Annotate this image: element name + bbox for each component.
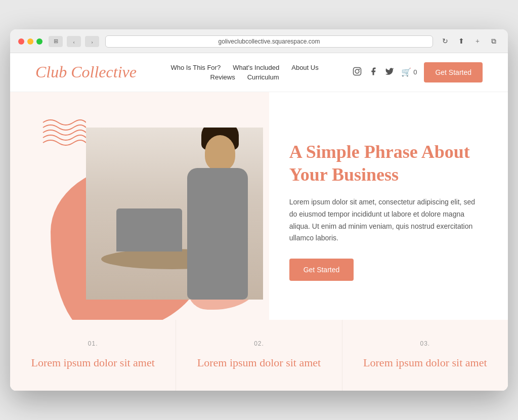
site-logo[interactable]: Club Collective bbox=[35, 63, 137, 81]
hero-right: A Simple Phrase About Your Business Lore… bbox=[269, 92, 508, 320]
nav-right: 🛒 0 Get Started bbox=[353, 62, 483, 82]
hero-body-text: Lorem ipsum dolor sit amet, consectetur … bbox=[289, 196, 483, 244]
nav-row-2: Reviews Curriculum bbox=[210, 73, 279, 81]
facebook-icon[interactable] bbox=[369, 67, 378, 78]
new-tab-button[interactable]: + bbox=[471, 35, 484, 48]
wavy-lines-decoration bbox=[40, 117, 86, 148]
hero-headline: A Simple Phrase About Your Business bbox=[289, 141, 483, 186]
browser-chrome: ⊞ ‹ › goliveclubcollective.squarespace.c… bbox=[10, 29, 508, 53]
website-content: Club Collective Who Is This For? What's … bbox=[10, 53, 508, 391]
nav-link-about[interactable]: About Us bbox=[291, 64, 318, 71]
card-2-number: 02. bbox=[191, 340, 326, 347]
card-2: 02. Lorem ipsum dolor sit amet bbox=[176, 320, 342, 391]
browser-controls: ⊞ ‹ › bbox=[49, 36, 99, 47]
card-3-title: Lorem ipsum dolor sit amet bbox=[358, 355, 493, 371]
cart-icon: 🛒 bbox=[401, 67, 411, 77]
card-1: 01. Lorem ipsum dolor sit amet bbox=[10, 320, 176, 391]
cart-button[interactable]: 🛒 0 bbox=[401, 67, 417, 77]
svg-point-2 bbox=[359, 68, 360, 69]
share-button[interactable]: ⬆ bbox=[455, 35, 467, 48]
minimize-button[interactable] bbox=[27, 38, 33, 45]
instagram-icon[interactable] bbox=[353, 67, 362, 78]
hero-photo bbox=[86, 128, 263, 300]
card-3: 03. Lorem ipsum dolor sit amet bbox=[342, 320, 508, 391]
laptop-body bbox=[116, 208, 182, 251]
hero-image bbox=[86, 128, 263, 300]
person-body bbox=[187, 168, 248, 300]
reload-button[interactable]: ↻ bbox=[439, 35, 451, 48]
hero-cta-button[interactable]: Get Started bbox=[289, 259, 354, 281]
svg-rect-0 bbox=[354, 67, 361, 75]
hero-section: A Simple Phrase About Your Business Lore… bbox=[10, 92, 508, 320]
address-bar[interactable]: goliveclubcollective.squarespace.com bbox=[105, 35, 433, 48]
sidebar-toggle-button[interactable]: ⊞ bbox=[49, 36, 63, 47]
svg-point-1 bbox=[355, 69, 359, 73]
browser-actions: ↻ ⬆ + ⧉ bbox=[439, 35, 500, 48]
nav-links: Who Is This For? What's Included About U… bbox=[137, 64, 353, 81]
hero-left bbox=[10, 92, 269, 320]
nav-link-who[interactable]: Who Is This For? bbox=[170, 64, 221, 71]
card-3-number: 03. bbox=[358, 340, 493, 347]
traffic-lights bbox=[18, 38, 42, 45]
back-button[interactable]: ‹ bbox=[67, 36, 81, 47]
tabs-button[interactable]: ⧉ bbox=[488, 35, 500, 48]
maximize-button[interactable] bbox=[36, 38, 42, 45]
card-1-title: Lorem ipsum dolor sit amet bbox=[25, 355, 160, 371]
nav-link-reviews[interactable]: Reviews bbox=[210, 73, 235, 81]
nav-row-1: Who Is This For? What's Included About U… bbox=[170, 64, 318, 71]
nav-cta-button[interactable]: Get Started bbox=[424, 62, 483, 82]
card-2-title: Lorem ipsum dolor sit amet bbox=[191, 355, 326, 371]
nav-link-whats[interactable]: What's Included bbox=[233, 64, 279, 71]
person-head bbox=[205, 135, 235, 171]
card-1-number: 01. bbox=[25, 340, 160, 347]
browser-window: ⊞ ‹ › goliveclubcollective.squarespace.c… bbox=[10, 29, 508, 391]
close-button[interactable] bbox=[18, 38, 24, 45]
forward-button[interactable]: › bbox=[85, 36, 99, 47]
twitter-icon[interactable] bbox=[385, 67, 394, 78]
nav-link-curriculum[interactable]: Curriculum bbox=[247, 73, 279, 81]
cart-count: 0 bbox=[413, 68, 417, 76]
cards-section: 01. Lorem ipsum dolor sit amet 02. Lorem… bbox=[10, 320, 508, 391]
navigation: Club Collective Who Is This For? What's … bbox=[10, 53, 508, 92]
